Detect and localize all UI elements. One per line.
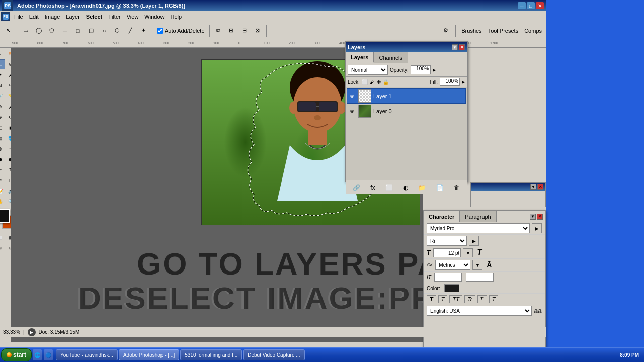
tb-btn-3[interactable]: ⊟: [238, 25, 251, 37]
custom-shape-btn[interactable]: ✦: [137, 25, 149, 37]
super-btn[interactable]: T.: [477, 295, 487, 303]
move-tool-btn[interactable]: ↖: [2, 25, 14, 37]
lock-all-icon[interactable]: 🔒: [383, 79, 389, 85]
lock-paint-icon[interactable]: 🖌: [370, 79, 375, 85]
tb-btn-2[interactable]: ⊞: [225, 25, 237, 37]
tb-btn-4[interactable]: ⊠: [252, 25, 264, 37]
smallcaps-btn[interactable]: Tr: [464, 295, 475, 303]
close-button[interactable]: ✕: [536, 2, 544, 9]
start-button[interactable]: start: [1, 348, 32, 361]
tool-screen-mode[interactable]: ⊞: [0, 243, 5, 253]
font-size-input[interactable]: [433, 248, 461, 257]
lock-transparency-icon[interactable]: ⬜: [362, 79, 368, 85]
ellip-marquee-btn[interactable]: ◯: [33, 25, 45, 37]
maximize-button[interactable]: □: [527, 2, 535, 9]
auto-add-delete-option[interactable]: Auto Add/Delete: [155, 28, 207, 34]
tool-lasso[interactable]: ⊙: [6, 59, 11, 69]
tool-history-brush[interactable]: ↺: [6, 112, 11, 122]
tool-screen-mode2[interactable]: ⊟: [6, 243, 11, 253]
layers-tab-channels[interactable]: Channels: [374, 52, 408, 63]
tool-standard-mode[interactable]: ⬜: [0, 233, 5, 243]
tool-ruler-tool[interactable]: 📏: [6, 91, 11, 101]
kerning-select[interactable]: Metrics: [435, 260, 470, 270]
tool-artboard[interactable]: 🎨: [6, 49, 11, 59]
menu-window[interactable]: Window: [141, 13, 167, 21]
mini-panel-menu-btn[interactable]: ▼: [530, 184, 536, 190]
layer-row-1[interactable]: 👁 Layer 1: [347, 88, 466, 104]
menu-edit[interactable]: Edit: [26, 13, 42, 21]
tool-spot-heal[interactable]: ⊕: [0, 102, 5, 112]
menu-filter[interactable]: Filter: [105, 13, 123, 21]
layer-row-0[interactable]: 👁 Layer 0: [347, 104, 466, 119]
italic-btn[interactable]: T: [438, 295, 448, 303]
allcaps-btn[interactable]: TT: [449, 295, 462, 303]
menu-image[interactable]: Image: [42, 13, 63, 21]
poly-btn[interactable]: ⬠: [46, 25, 58, 37]
text-color-swatch[interactable]: [444, 284, 459, 292]
new-layer-btn[interactable]: 📄: [436, 184, 444, 191]
poly-shape-btn[interactable]: ⬡: [111, 25, 123, 37]
auto-add-delete-checkbox[interactable]: [157, 28, 163, 34]
tool-burn[interactable]: ◐: [6, 154, 11, 164]
sub-btn[interactable]: T: [489, 295, 499, 303]
font-family-arrow[interactable]: ▶: [532, 223, 542, 233]
mask-btn[interactable]: ⬜: [385, 184, 393, 191]
layer-0-visibility-toggle[interactable]: 👁: [348, 107, 356, 115]
tool-dodge[interactable]: ◑: [0, 154, 5, 164]
line-btn[interactable]: ⚊: [59, 25, 71, 37]
tool-blur[interactable]: ◍: [0, 144, 5, 154]
tool-eraser[interactable]: ◻: [0, 123, 5, 133]
menu-layer[interactable]: Layer: [63, 13, 83, 21]
rect-shape-btn[interactable]: □: [72, 25, 84, 37]
char-panel-close-btn[interactable]: ✕: [537, 214, 543, 220]
tb-right-btn1[interactable]: ⚙: [440, 25, 452, 37]
taskbar-item-5310[interactable]: 5310 formal img and f...: [180, 349, 242, 360]
fx-btn[interactable]: fx: [370, 184, 375, 191]
font-size-arrow[interactable]: ▼: [463, 248, 473, 257]
lock-position-icon[interactable]: ✚: [377, 79, 381, 85]
scale-h-input[interactable]: 0 pt: [466, 273, 494, 282]
tool-shape[interactable]: □: [6, 175, 11, 186]
mini-panel-close-btn[interactable]: ✕: [537, 184, 543, 190]
group-btn[interactable]: 📁: [418, 184, 426, 191]
line-shape-btn[interactable]: ╱: [124, 25, 136, 37]
font-style-arrow[interactable]: ▶: [469, 236, 479, 246]
tool-hand[interactable]: ✋: [0, 197, 5, 207]
taskbar-item-youtube[interactable]: YouTube - aravindhsk...: [56, 349, 118, 360]
bold-btn[interactable]: T: [427, 295, 436, 303]
tool-audio[interactable]: 🔊: [6, 186, 11, 196]
layers-panel-menu[interactable]: ▼: [452, 44, 458, 50]
opacity-arrow[interactable]: ▶: [433, 68, 436, 72]
tool-gradient[interactable]: ▤: [0, 133, 5, 143]
layers-panel-close[interactable]: ✕: [459, 44, 465, 50]
status-icon[interactable]: ▶: [28, 328, 36, 336]
tool-type[interactable]: T: [6, 165, 11, 175]
tool-magic-wand[interactable]: ✦: [0, 70, 5, 80]
tool-presets-tab[interactable]: Tool Presets: [486, 28, 521, 34]
language-select[interactable]: English: USA: [427, 306, 532, 316]
tool-quick-sel[interactable]: 🖌: [6, 70, 11, 80]
layer-1-visibility-toggle[interactable]: 👁: [348, 92, 356, 100]
tool-paint-bucket[interactable]: 🪣: [6, 133, 11, 143]
ellipse-btn[interactable]: ○: [98, 25, 110, 37]
menu-help[interactable]: Help: [167, 13, 185, 21]
tool-brush[interactable]: 🖌: [6, 102, 11, 112]
font-style-select[interactable]: Ri: [427, 236, 467, 246]
scale-v-input[interactable]: 100%: [434, 273, 462, 282]
menu-select[interactable]: Select: [83, 13, 105, 21]
comps-tab[interactable]: Comps: [522, 28, 544, 34]
taskbar-item-debut[interactable]: Debut Video Capture ...: [243, 349, 304, 360]
character-tab[interactable]: Character: [424, 211, 460, 222]
menu-view[interactable]: View: [124, 13, 142, 21]
tool-eyedrop[interactable]: 💉: [0, 91, 5, 101]
brushes-tab[interactable]: Brushes: [459, 28, 484, 34]
minimize-button[interactable]: ─: [518, 2, 526, 9]
tool-rect-select[interactable]: ▭: [0, 59, 5, 69]
taskbar-item-photoshop[interactable]: Adobe Photoshop - [...]: [119, 349, 179, 360]
ie-icon[interactable]: 🔵: [44, 349, 53, 360]
layers-tab-layers[interactable]: Layers: [346, 52, 374, 63]
foreground-color-swatch[interactable]: [0, 209, 10, 223]
rect-marquee-btn[interactable]: ▭: [20, 25, 32, 37]
tool-bg-eraser[interactable]: ◼: [6, 123, 11, 133]
link-layers-btn[interactable]: 🔗: [353, 184, 360, 191]
